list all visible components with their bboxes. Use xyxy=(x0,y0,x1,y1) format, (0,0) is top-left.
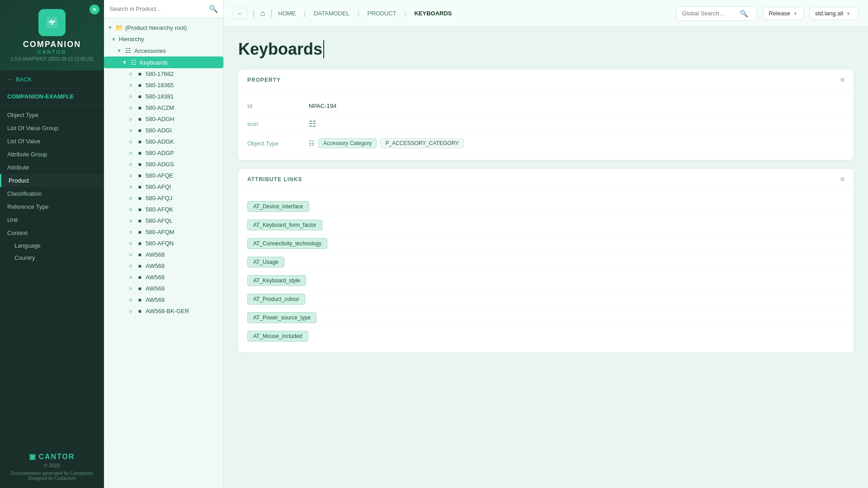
footer-logo: ▣ CANTOR xyxy=(7,452,97,461)
search-icon[interactable]: 🔍 xyxy=(740,9,748,18)
tree-item[interactable]: ■580-AFQJ xyxy=(104,192,223,204)
tree-item[interactable]: ■580-ACZM xyxy=(104,102,223,113)
breadcrumb-keyboards[interactable]: KEYBOARDS xyxy=(414,10,452,17)
breadcrumb-product[interactable]: PRODUCT xyxy=(368,10,396,17)
tree-item[interactable]: ■580-AFQK xyxy=(104,204,223,215)
prop-value-object-type: ☷ Accessory Category P_ACCESSORY_CATEGOR… xyxy=(309,138,464,148)
breadcrumb-datamodel[interactable]: DATAMODEL xyxy=(314,10,349,17)
logo-area: COMPANION CANTOR 1.0.0-SNAPSHOT (2022-09… xyxy=(0,0,104,70)
tree-item[interactable]: ■580-AFQI xyxy=(104,181,223,192)
sidebar-item-country[interactable]: Country xyxy=(0,252,104,264)
attr-tag-power-source-type[interactable]: AT_Power_source_type xyxy=(247,312,316,323)
tree-item[interactable]: ■AW568 xyxy=(104,272,223,283)
breadcrumb-home[interactable]: HOME xyxy=(278,10,296,17)
sidebar-nav: Object Type List Of Value Group List Of … xyxy=(0,105,104,445)
page-title: Keyboards xyxy=(238,40,854,59)
home-button[interactable]: ⌂ xyxy=(260,9,265,18)
item-label: 580-ACZM xyxy=(146,104,220,111)
item-icon: ■ xyxy=(136,173,144,179)
tree-item[interactable]: ■580-AFQM xyxy=(104,226,223,238)
search-icon[interactable]: 🔍 xyxy=(209,5,218,13)
nav-separator: | xyxy=(253,9,255,18)
sidebar-item-list-of-value-group[interactable]: List Of Value Group xyxy=(0,122,104,135)
item-label: 580-AFQI xyxy=(146,183,220,190)
exit-button[interactable] xyxy=(90,5,99,14)
tree-item[interactable]: ■580-ADGK xyxy=(104,136,223,147)
attr-tag-device-interface[interactable]: AT_Device_interface xyxy=(247,201,309,212)
tag-accessory-category[interactable]: Accessory Category xyxy=(318,138,377,148)
attr-tag-usage[interactable]: AT_Usage xyxy=(247,257,284,267)
release-dropdown[interactable]: Release ▼ xyxy=(763,7,804,20)
menu-icon[interactable]: ≡ xyxy=(840,76,844,84)
tag-p-accessory-category[interactable]: P_ACCESSORY_CATEGORY xyxy=(380,138,464,148)
tree-item-keyboards[interactable]: ▼ ☷ Keyboards xyxy=(104,56,223,68)
lang-dropdown[interactable]: std.lang.all ▼ xyxy=(809,7,859,20)
sidebar-item-attribute-group[interactable]: Attribute Group xyxy=(0,148,104,161)
tree-item[interactable]: ■580-18381 xyxy=(104,91,223,102)
back-label: BACK xyxy=(16,76,32,83)
tree-item[interactable]: ■580-ADGH xyxy=(104,113,223,125)
tree-item[interactable]: ■580-ADGP xyxy=(104,147,223,159)
chevron-down-icon: ▼ xyxy=(111,37,116,42)
sidebar-item-list-of-value[interactable]: List Of Value xyxy=(0,135,104,148)
global-search-input[interactable] xyxy=(682,10,736,17)
cursor xyxy=(323,40,324,58)
item-icon: ■ xyxy=(136,161,144,168)
dot-icon xyxy=(129,95,132,98)
sidebar-item-reference-type[interactable]: Reference Type xyxy=(0,200,104,213)
sidebar-item-classification[interactable]: Classification xyxy=(0,187,104,200)
tree-item[interactable]: ■580-ADGS xyxy=(104,159,223,170)
attr-tag-connectivity-technology[interactable]: AT_Connectivity_technology xyxy=(247,238,327,249)
dot-icon xyxy=(129,208,132,211)
attr-tag-keyboard-form-factor[interactable]: AT_Keyboard_form_factor xyxy=(247,220,322,230)
tree-item[interactable]: ■AW568 xyxy=(104,294,223,305)
sidebar-item-product[interactable]: Product xyxy=(0,174,104,187)
dot-icon xyxy=(129,73,132,75)
tree-item[interactable]: ■AW568 xyxy=(104,283,223,294)
attr-tag-product-colour[interactable]: AT_Product_colour xyxy=(247,294,305,305)
item-icon: ■ xyxy=(136,252,144,258)
item-label: 580-AFQM xyxy=(146,229,220,235)
tree-item[interactable]: ■580-ADGI xyxy=(104,125,223,136)
tree-item[interactable]: ■580-18365 xyxy=(104,80,223,91)
back-nav-button[interactable]: ← xyxy=(233,8,247,19)
sidebar: COMPANION CANTOR 1.0.0-SNAPSHOT (2022-09… xyxy=(0,0,104,488)
sidebar-item-object-type[interactable]: Object Type xyxy=(0,108,104,122)
attr-row: AT_Mouse_included xyxy=(247,327,844,345)
sidebar-item-context[interactable]: Context xyxy=(0,226,104,239)
tree-item[interactable]: ■580-AFQN xyxy=(104,238,223,249)
item-label: AW568 xyxy=(146,251,220,258)
tree-root[interactable]: ▼ 📁 (Product hierarchy root) xyxy=(104,22,223,33)
tree-item[interactable]: ■AW568 xyxy=(104,249,223,260)
sidebar-item-attribute[interactable]: Attribute xyxy=(0,161,104,174)
search-input[interactable] xyxy=(109,5,205,12)
item-icon: ■ xyxy=(136,297,144,303)
item-icon: ■ xyxy=(136,240,144,247)
dot-icon xyxy=(129,163,132,166)
sidebar-item-label: List Of Value xyxy=(7,138,40,145)
item-icon: ■ xyxy=(136,105,144,111)
tree-item-hierarchy[interactable]: ▼ Hierarchy xyxy=(104,33,223,45)
tree-item[interactable]: ■AW568 xyxy=(104,260,223,272)
sidebar-item-language[interactable]: Language xyxy=(0,239,104,252)
tree-item[interactable]: ■580-AFQL xyxy=(104,215,223,226)
back-arrow-icon: ← xyxy=(7,76,13,83)
item-icon: ■ xyxy=(136,286,144,292)
tree-item[interactable]: ■580-17682 xyxy=(104,68,223,80)
breadcrumb-separator: | xyxy=(358,10,359,17)
tree-search-bar: 🔍 xyxy=(104,0,223,18)
property-card-title: PROPERTY xyxy=(247,77,281,83)
prop-value-icon: ☷ xyxy=(309,119,316,129)
back-button[interactable]: ← BACK xyxy=(0,70,104,89)
attr-tag-mouse-included[interactable]: AT_Mouse_included xyxy=(247,331,308,342)
tree-item-accessories[interactable]: ▼ ☷ Accessories xyxy=(104,45,223,56)
sidebar-item-unit[interactable]: Unit xyxy=(0,213,104,226)
tree-item[interactable]: ■580-AFQE xyxy=(104,170,223,181)
chevron-down-icon: ▼ xyxy=(846,11,851,16)
menu-icon[interactable]: ≡ xyxy=(840,175,844,183)
dot-icon xyxy=(129,118,132,121)
lang-label: std.lang.all xyxy=(815,10,843,17)
attr-tag-keyboard-style[interactable]: AT_Keyboard_style xyxy=(247,275,306,286)
tree-item[interactable]: ■AW568-BK-GER xyxy=(104,305,223,317)
chevron-down-icon: ▼ xyxy=(122,60,127,65)
